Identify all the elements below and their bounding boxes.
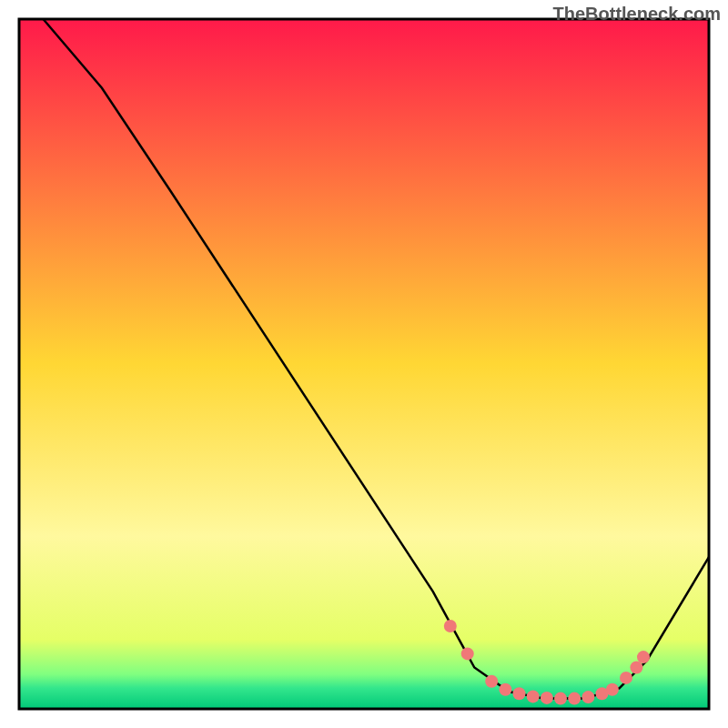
data-point [485,675,498,688]
data-point [568,693,581,705]
data-point [499,683,511,696]
watermark-text: TheBottleneck.com [553,4,721,25]
data-point [527,690,540,703]
data-point [581,691,594,703]
plot-background [19,19,709,709]
data-point [620,672,632,684]
data-point [637,651,650,663]
chart-container: TheBottleneck.com [0,0,728,728]
data-point [541,692,553,704]
bottleneck-chart [0,0,728,728]
data-point [630,662,642,674]
data-point [444,620,457,632]
data-point [513,687,526,700]
data-point [554,693,567,705]
data-point [606,683,619,696]
data-point [461,647,474,660]
